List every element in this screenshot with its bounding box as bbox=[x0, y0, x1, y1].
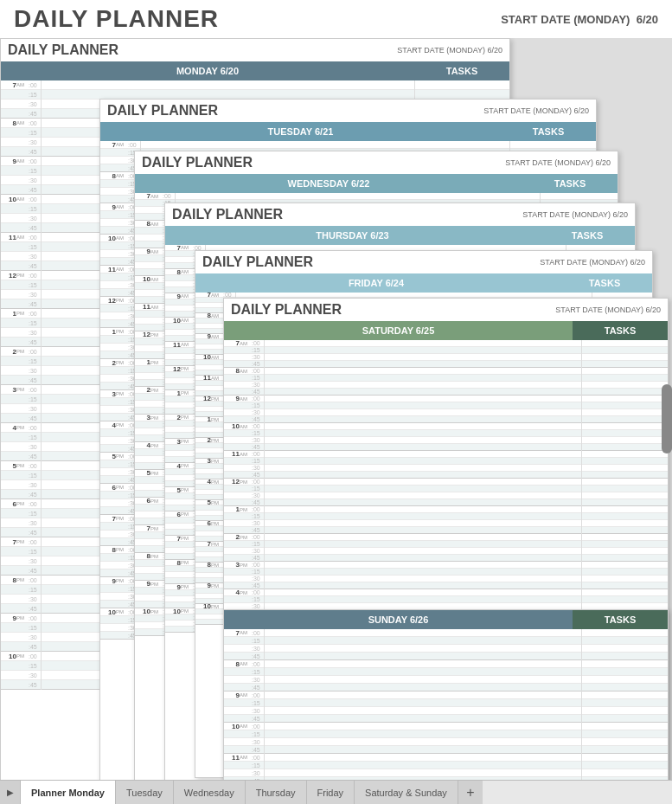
task-cell[interactable] bbox=[581, 486, 668, 492]
task-cell[interactable] bbox=[581, 416, 668, 423]
schedule-cell[interactable] bbox=[264, 499, 581, 506]
task-cell[interactable] bbox=[581, 402, 668, 409]
tab-add-button[interactable]: + bbox=[458, 781, 483, 804]
task-cell[interactable] bbox=[581, 451, 668, 458]
tab-saturday-sunday[interactable]: Saturday & Sunday bbox=[355, 781, 458, 804]
schedule-cell[interactable] bbox=[264, 637, 581, 645]
schedule-cell[interactable] bbox=[264, 777, 581, 781]
task-cell[interactable] bbox=[581, 691, 668, 699]
schedule-cell[interactable] bbox=[264, 746, 581, 754]
schedule-cell[interactable] bbox=[264, 506, 581, 513]
task-cell[interactable] bbox=[581, 368, 668, 375]
task-cell[interactable] bbox=[581, 730, 668, 738]
task-cell[interactable] bbox=[581, 347, 668, 354]
task-cell[interactable] bbox=[581, 562, 668, 569]
schedule-cell[interactable] bbox=[264, 596, 581, 603]
schedule-cell[interactable] bbox=[264, 409, 581, 416]
task-cell[interactable] bbox=[581, 754, 668, 762]
task-cell[interactable] bbox=[581, 472, 668, 479]
task-cell[interactable] bbox=[581, 444, 668, 451]
schedule-cell[interactable] bbox=[264, 444, 581, 451]
task-cell[interactable] bbox=[581, 738, 668, 746]
tab-tuesday[interactable]: Tuesday bbox=[116, 781, 174, 804]
schedule-cell[interactable] bbox=[264, 340, 581, 347]
schedule-cell[interactable] bbox=[264, 653, 581, 660]
schedule-cell[interactable] bbox=[264, 492, 581, 499]
schedule-cell[interactable] bbox=[264, 396, 581, 402]
schedule-cell[interactable] bbox=[264, 354, 581, 361]
task-cell[interactable] bbox=[581, 555, 668, 562]
task-cell[interactable] bbox=[581, 637, 668, 645]
scrollbar[interactable] bbox=[662, 384, 672, 453]
schedule-cell[interactable] bbox=[264, 368, 581, 375]
task-cell[interactable] bbox=[581, 548, 668, 555]
schedule-cell[interactable] bbox=[264, 465, 581, 472]
schedule-cell[interactable] bbox=[264, 754, 581, 762]
tab-prev-button[interactable]: ▶ bbox=[0, 781, 21, 804]
task-cell[interactable] bbox=[581, 520, 668, 527]
schedule-cell[interactable] bbox=[264, 534, 581, 541]
task-cell[interactable] bbox=[581, 762, 668, 769]
task-cell[interactable] bbox=[581, 361, 668, 368]
schedule-cell[interactable] bbox=[264, 548, 581, 555]
schedule-cell[interactable] bbox=[175, 193, 540, 200]
task-cell[interactable] bbox=[581, 576, 668, 582]
schedule-cell[interactable] bbox=[264, 479, 581, 486]
task-cell[interactable] bbox=[581, 437, 668, 444]
task-cell[interactable] bbox=[581, 423, 668, 430]
schedule-cell[interactable] bbox=[264, 730, 581, 738]
schedule-cell[interactable] bbox=[264, 660, 581, 668]
tab-friday[interactable]: Friday bbox=[307, 781, 355, 804]
schedule-cell[interactable] bbox=[264, 769, 581, 777]
tab-thursday[interactable]: Thursday bbox=[246, 781, 307, 804]
task-cell[interactable] bbox=[581, 375, 668, 382]
task-cell[interactable] bbox=[581, 707, 668, 715]
task-cell[interactable] bbox=[581, 777, 668, 781]
schedule-cell[interactable] bbox=[264, 723, 581, 730]
schedule-cell[interactable] bbox=[264, 668, 581, 676]
task-cell[interactable] bbox=[581, 396, 668, 402]
task-cell[interactable] bbox=[581, 769, 668, 777]
schedule-cell[interactable] bbox=[264, 347, 581, 354]
task-cell[interactable] bbox=[581, 715, 668, 723]
task-cell[interactable] bbox=[414, 80, 509, 90]
schedule-cell[interactable] bbox=[264, 458, 581, 465]
schedule-cell[interactable] bbox=[264, 520, 581, 527]
schedule-cell[interactable] bbox=[264, 738, 581, 746]
schedule-cell[interactable] bbox=[264, 676, 581, 684]
task-cell[interactable] bbox=[414, 90, 509, 100]
task-cell[interactable] bbox=[581, 653, 668, 660]
task-cell[interactable] bbox=[581, 676, 668, 684]
schedule-cell[interactable] bbox=[264, 513, 581, 520]
task-cell[interactable] bbox=[581, 746, 668, 754]
schedule-cell[interactable] bbox=[264, 416, 581, 423]
task-cell[interactable] bbox=[581, 492, 668, 499]
task-cell[interactable] bbox=[581, 699, 668, 707]
schedule-cell[interactable] bbox=[264, 486, 581, 492]
schedule-cell[interactable] bbox=[264, 699, 581, 707]
schedule-cell[interactable] bbox=[264, 589, 581, 596]
schedule-cell[interactable] bbox=[264, 582, 581, 589]
schedule-cell[interactable] bbox=[140, 141, 509, 149]
schedule-cell[interactable] bbox=[41, 90, 414, 100]
task-cell[interactable] bbox=[581, 513, 668, 520]
task-cell[interactable] bbox=[581, 389, 668, 396]
schedule-cell[interactable] bbox=[264, 382, 581, 389]
task-cell[interactable] bbox=[581, 409, 668, 416]
task-cell[interactable] bbox=[581, 382, 668, 389]
task-cell[interactable] bbox=[581, 569, 668, 576]
task-cell[interactable] bbox=[509, 141, 596, 149]
tab-wednesday[interactable]: Wednesday bbox=[174, 781, 246, 804]
schedule-cell[interactable] bbox=[264, 430, 581, 437]
task-cell[interactable] bbox=[581, 506, 668, 513]
task-cell[interactable] bbox=[581, 527, 668, 534]
task-cell[interactable] bbox=[581, 354, 668, 361]
schedule-cell[interactable] bbox=[264, 375, 581, 382]
task-cell[interactable] bbox=[581, 458, 668, 465]
schedule-cell[interactable] bbox=[264, 762, 581, 769]
schedule-cell[interactable] bbox=[264, 402, 581, 409]
schedule-cell[interactable] bbox=[264, 645, 581, 653]
schedule-cell[interactable] bbox=[41, 80, 414, 90]
schedule-cell[interactable] bbox=[264, 527, 581, 534]
task-cell[interactable] bbox=[540, 193, 618, 200]
